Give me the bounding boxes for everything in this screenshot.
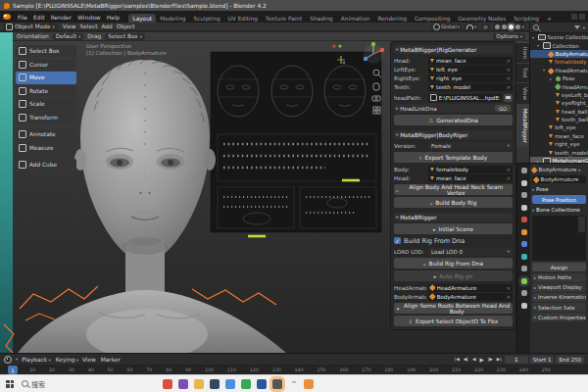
outliner-row[interactable]: right_eye [530, 140, 588, 148]
transport-button[interactable] [496, 357, 503, 362]
workspace-tab[interactable]: Texture Paint [262, 14, 306, 23]
taskbar-app-icon[interactable] [304, 379, 314, 389]
workspace-tab[interactable]: Shading [306, 14, 337, 23]
taskbar-search[interactable]: 搜索 [22, 379, 45, 389]
lod-dropdown[interactable]: Load LOD 0 ▾ [428, 248, 513, 256]
object-picker-field[interactable]: mean_face × [428, 174, 513, 182]
workspace-tab[interactable]: Layout [128, 14, 156, 23]
outliner-row[interactable]: femalebody [530, 58, 588, 66]
armature-picker-field[interactable]: BodyArmature × [428, 293, 513, 301]
workspace-tab[interactable]: Scripting [510, 14, 543, 23]
outliner-row[interactable]: HeadArmature [530, 82, 588, 90]
material-shading-button[interactable] [509, 24, 514, 29]
workspace-tab[interactable]: Geometry Nodes [454, 14, 510, 23]
view-layer-icon[interactable] [579, 14, 585, 20]
tool-button[interactable]: Select Box [16, 45, 76, 58]
taskbar-app-icon[interactable] [257, 379, 267, 389]
solid-shading-button[interactable] [502, 24, 507, 29]
outliner-row[interactable]: eyeRight_ball_... [530, 99, 588, 107]
align-body-head-button[interactable]: ▵ Align Body And Head Neck Seam Vertex [394, 184, 513, 195]
expand-caret[interactable]: ▸ [550, 76, 554, 81]
properties-tab-icon[interactable] [521, 254, 527, 260]
transport-button[interactable] [471, 357, 477, 362]
checkbox-checked[interactable]: ✓ [394, 237, 401, 244]
outliner-row[interactable]: mean_face [530, 132, 588, 140]
go-button[interactable]: GO [495, 105, 511, 112]
clear-icon[interactable]: × [506, 167, 511, 172]
armature-picker-field[interactable]: HeadArmature × [428, 284, 513, 292]
sidebar-tab[interactable]: MetaBRigger [516, 105, 529, 147]
align-roots-button[interactable]: ✦ Align Some Roots Between Head And Body [394, 303, 513, 314]
collapsed-panel-header[interactable]: ▸ Selection Sets [532, 303, 586, 312]
tool-button[interactable]: Annotate [16, 128, 76, 141]
menu-item[interactable]: Edit [30, 14, 48, 21]
timeline-menu-item[interactable]: Playback [22, 357, 51, 363]
clear-icon[interactable]: × [506, 175, 511, 181]
workspace-tab[interactable]: UV Editing [224, 14, 262, 23]
rendered-shading-button[interactable] [515, 24, 520, 29]
menu-item[interactable]: Window [74, 14, 104, 21]
properties-tab-icon[interactable] [521, 303, 527, 309]
clear-icon[interactable]: × [506, 58, 511, 64]
workspace-tab[interactable]: Rendering [373, 14, 411, 23]
collapsed-panel-header[interactable]: ▸ Viewport Display [532, 283, 586, 292]
properties-tab-icon[interactable] [521, 229, 527, 235]
timeline-menu-item[interactable]: Marker [101, 357, 121, 363]
head-path-field[interactable]: E:\PLUGINSSAL...hpdExample.dna [428, 94, 502, 102]
body-riger-section-header[interactable]: ▾ MetaBRigger|BodyRiger [394, 130, 513, 139]
build-rig-from-dna-button[interactable]: ▵ Build Rig From Dna [394, 258, 513, 269]
snap-toggle[interactable]: ▾ [465, 24, 478, 30]
taskbar-app-icon[interactable] [178, 379, 188, 389]
object-picker-field[interactable]: teeth_model × [428, 83, 513, 91]
expand-caret[interactable]: ▾ [532, 35, 536, 40]
pose-position-button[interactable]: Pose Position [532, 195, 586, 204]
proportional-edit-toggle[interactable]: ◎ [481, 24, 489, 30]
tool-button[interactable]: Cursor [16, 59, 76, 72]
expand-caret[interactable]: ▾ [543, 68, 547, 73]
orientation-dropdown[interactable]: Default ▾ [53, 33, 83, 40]
taskbar-app-icon[interactable]: ^ [288, 379, 298, 389]
object-picker-field[interactable]: mean_face × [428, 57, 513, 65]
taskbar-app-icon[interactable] [163, 379, 172, 389]
menu-item[interactable]: Help [104, 14, 123, 21]
mode-dropdown[interactable]: Object Mode ▾ [3, 24, 58, 30]
frame-start-field[interactable]: Start 1 [530, 356, 555, 364]
taskbar-app-icon[interactable] [241, 379, 251, 389]
armature-name-field[interactable]: BodyArmature [532, 175, 586, 183]
bone-collections-header[interactable]: ▾ Bone Collections [532, 206, 586, 214]
object-picker-field[interactable]: right_eye × [428, 74, 513, 82]
outliner-row[interactable]: teeth_ball_me... [530, 116, 588, 123]
outliner-row[interactable]: teeth_model [530, 148, 588, 156]
collapsed-panel-header[interactable]: ▸ Custom Properties [532, 313, 586, 321]
export-fbx-button[interactable]: ⇩ Export Select ObjectO To Fbx [394, 316, 513, 326]
sidebar-tab[interactable]: Item [516, 43, 529, 63]
transport-button[interactable] [478, 357, 484, 363]
outliner-row[interactable]: ▾ Scene Collection [530, 33, 588, 41]
outliner-row[interactable]: head_ball_inn... [530, 108, 588, 116]
properties-tab-icon[interactable] [521, 217, 527, 222]
properties-tab-icon[interactable] [521, 278, 527, 284]
object-picker-field[interactable]: left_eye × [428, 66, 513, 74]
properties-tab-icon[interactable] [521, 205, 527, 211]
collapsed-panel-header[interactable]: ▸ Motion Paths [532, 273, 586, 282]
menu-item[interactable]: File [15, 14, 30, 21]
menu-item[interactable]: Render [48, 14, 74, 21]
clear-icon[interactable]: × [506, 285, 511, 291]
current-frame-marker[interactable]: 1 [8, 366, 18, 374]
tool-button[interactable]: Transform [16, 112, 76, 124]
clear-icon[interactable]: × [506, 294, 511, 300]
initial-scene-button[interactable]: ▸ Initial Scene [394, 223, 513, 234]
scene-icon[interactable] [571, 14, 577, 20]
outliner-row[interactable]: BodyArmature [530, 50, 588, 58]
current-frame-field[interactable]: 1 [505, 356, 528, 364]
workspace-tab[interactable]: + [543, 14, 556, 23]
build-body-rig-button[interactable]: ▵ Build Body Rig [394, 197, 513, 208]
properties-tab-icon[interactable] [521, 290, 527, 296]
pose-panel-header[interactable]: ▾ Pose [532, 185, 586, 193]
viewport-menu-item[interactable]: View [61, 24, 78, 29]
tool-button[interactable]: Measure [16, 142, 76, 155]
list-add-remove-buttons[interactable] [578, 217, 585, 232]
viewport-menu-item[interactable]: Object [115, 24, 137, 29]
tool-button[interactable]: Add Cube [16, 159, 76, 172]
chevron-down-icon[interactable]: ▾ [583, 25, 585, 30]
